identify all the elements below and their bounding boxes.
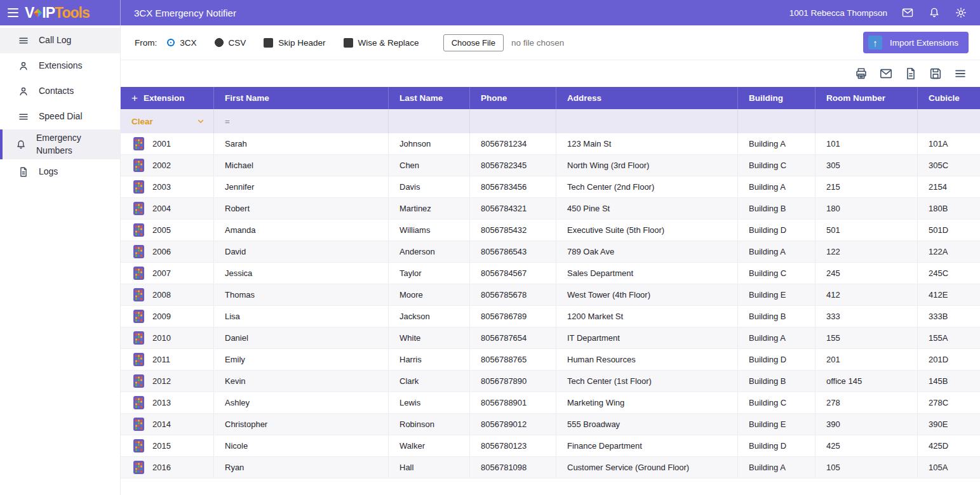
cell-extension: 2003: [121, 176, 214, 197]
cell-address: Tech Center (2nd Floor): [556, 176, 738, 197]
filter-room-number[interactable]: [816, 109, 918, 133]
clear-filter-label: Clear: [131, 117, 153, 126]
choose-file-button[interactable]: Choose File: [443, 34, 504, 51]
column-header-building[interactable]: Building: [738, 87, 816, 109]
print-icon[interactable]: [854, 67, 868, 81]
cell-room-number: 101: [816, 133, 918, 154]
cell-first-name: Thomas: [214, 284, 389, 305]
filter-first-name[interactable]: =: [214, 109, 389, 133]
cell-last-name: Walker: [389, 435, 470, 456]
cell-extension: 2005: [121, 220, 214, 241]
document-icon: [18, 166, 29, 178]
column-label: Last Name: [399, 93, 443, 103]
menu-icon[interactable]: [8, 8, 18, 17]
skip-header-checkbox[interactable]: Skip Header: [264, 38, 325, 48]
sidebar-item-contacts[interactable]: Contacts: [0, 79, 120, 104]
sidebar-item-call-log[interactable]: Call Log: [0, 28, 120, 53]
table-row[interactable]: 2002 Michael Chen 8056782345 North Wing …: [121, 155, 980, 176]
cell-first-name: Emily: [214, 349, 389, 370]
table-row[interactable]: 2003 Jennifer Davis 8056783456 Tech Cent…: [121, 176, 980, 198]
main-content: From: 3CX CSV Skip Header Wise & Replace…: [121, 25, 980, 495]
column-header-last-name[interactable]: Last Name: [389, 87, 470, 109]
table-row[interactable]: 2015 Nicole Walker 8056780123 Finance De…: [121, 435, 980, 457]
sidebar-item-extensions[interactable]: Extensions: [0, 53, 120, 79]
cell-room-number: 390: [816, 414, 918, 435]
table-row[interactable]: 2014 Christopher Robinson 8056789012 555…: [121, 414, 980, 435]
column-label: Cubicle: [929, 93, 960, 103]
top-bar: V IP Tools 3CX Emergency Notifier 1001 R…: [0, 0, 980, 25]
keypad-icon: [133, 202, 144, 215]
logo-diamond-icon: [33, 8, 43, 18]
export-document-icon[interactable]: [904, 67, 918, 81]
radio-csv[interactable]: CSV: [215, 38, 246, 48]
table-row[interactable]: 2012 Kevin Clark 8056787890 Tech Center …: [121, 371, 980, 392]
column-header-address[interactable]: Address: [556, 87, 738, 109]
list-icon: [18, 111, 29, 122]
cell-extension: 2008: [121, 284, 214, 305]
clear-filter-dropdown[interactable]: Clear: [121, 109, 214, 133]
cell-cubicle: 105A: [918, 457, 980, 478]
table-row[interactable]: 2007 Jessica Taylor 8056784567 Sales Dep…: [121, 263, 980, 284]
table-row[interactable]: 2010 Daniel White 8056787654 IT Departme…: [121, 327, 980, 349]
cell-room-number: 201: [816, 349, 918, 370]
cell-building: Building D: [738, 220, 816, 241]
cell-extension: 2012: [121, 371, 214, 392]
person-icon: [18, 86, 29, 97]
table-row[interactable]: 2011 Emily Harris 8056788765 Human Resou…: [121, 349, 980, 371]
sidebar-item-speed-dial[interactable]: Speed Dial: [0, 104, 120, 129]
cell-last-name: Harris: [389, 349, 470, 370]
column-label: Building: [749, 93, 783, 103]
cell-building: Building E: [738, 414, 816, 435]
current-user[interactable]: 1001 Rebecca Thompson: [789, 8, 887, 18]
column-header-phone[interactable]: Phone: [470, 87, 556, 109]
filter-building[interactable]: [738, 109, 816, 133]
table-body: 2001 Sarah Johnson 8056781234 123 Main S…: [121, 133, 980, 478]
table-row[interactable]: 2004 Robert Martinez 8056784321 450 Pine…: [121, 198, 980, 220]
radio-3cx[interactable]: 3CX: [167, 38, 196, 48]
email-icon[interactable]: [879, 67, 893, 81]
gear-icon[interactable]: [955, 6, 967, 19]
cell-building: Building C: [738, 263, 816, 284]
table-row[interactable]: 2006 David Anderson 8056786543 789 Oak A…: [121, 241, 980, 263]
table-row[interactable]: 2009 Lisa Jackson 8056786789 1200 Market…: [121, 306, 980, 327]
extension-number: 2004: [152, 204, 171, 213]
column-header-extension[interactable]: + Extension: [121, 87, 214, 109]
save-icon[interactable]: [929, 67, 943, 81]
bell-icon[interactable]: [928, 6, 941, 19]
table-row[interactable]: 2005 Amanda Williams 8056785432 Executiv…: [121, 220, 980, 241]
import-extensions-button[interactable]: ↑ Import Extensions: [863, 32, 969, 53]
sidebar-item-emergency-numbers[interactable]: Emergency Numbers: [0, 129, 120, 159]
table-row[interactable]: 2016 Ryan Hall 8056781098 Customer Servi…: [121, 457, 980, 478]
sidebar-item-logs[interactable]: Logs: [0, 159, 120, 185]
cell-last-name: White: [389, 327, 470, 348]
keypad-icon: [133, 418, 144, 431]
column-header-cubicle[interactable]: Cubicle: [918, 87, 980, 109]
cell-address: Tech Center (1st Floor): [556, 371, 738, 392]
table-row[interactable]: 2008 Thomas Moore 8056785678 West Tower …: [121, 284, 980, 306]
cell-last-name: Martinez: [389, 198, 470, 219]
cell-room-number: 501: [816, 220, 918, 241]
cell-extension: 2011: [121, 349, 214, 370]
filter-phone[interactable]: [470, 109, 556, 133]
add-icon[interactable]: +: [131, 93, 138, 103]
filter-address[interactable]: [556, 109, 738, 133]
column-label: Room Number: [826, 93, 885, 103]
keypad-icon: [133, 461, 144, 474]
column-header-room-number[interactable]: Room Number: [816, 87, 918, 109]
upload-icon: ↑: [868, 36, 882, 50]
sidebar-item-label: Contacts: [39, 85, 74, 98]
column-header-first-name[interactable]: First Name: [214, 87, 389, 109]
radio-3cx-label: 3CX: [180, 38, 196, 48]
table-row[interactable]: 2001 Sarah Johnson 8056781234 123 Main S…: [121, 133, 980, 155]
table-row[interactable]: 2013 Ashley Lewis 8056788901 Marketing W…: [121, 392, 980, 414]
cell-building: Building A: [738, 133, 816, 154]
keypad-icon: [133, 245, 144, 258]
filter-cubicle[interactable]: [918, 109, 980, 133]
mail-icon[interactable]: [901, 6, 914, 19]
cell-cubicle: 412E: [918, 284, 980, 305]
keypad-icon: [133, 180, 144, 194]
wise-replace-checkbox[interactable]: Wise & Replace: [344, 38, 419, 48]
filter-last-name[interactable]: [389, 109, 470, 133]
column-menu-icon[interactable]: [953, 67, 967, 81]
extension-number: 2008: [152, 290, 171, 300]
